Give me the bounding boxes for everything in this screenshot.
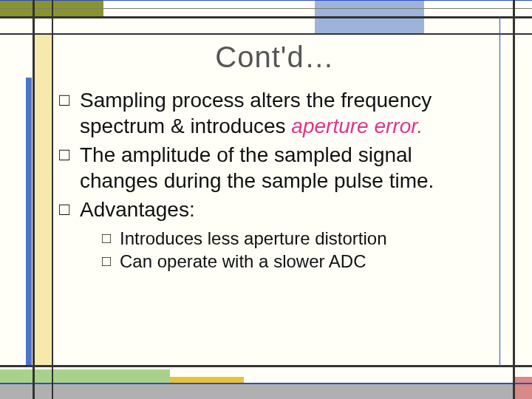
deco-line: [513, 0, 515, 399]
slide-title: Cont'd…: [53, 41, 497, 74]
deco-block: [0, 384, 532, 399]
bullet-item: Advantages: Introduces less aperture dis…: [59, 197, 491, 273]
deco-block: [514, 377, 532, 399]
deco-block: [26, 78, 32, 367]
deco-line: [0, 16, 532, 18]
deco-block: [34, 34, 52, 365]
deco-line: [0, 365, 532, 367]
emphasis-text: aperture error.: [291, 115, 423, 137]
deco-line: [0, 0, 532, 1]
sub-bullet-item: Introduces less aperture distortion: [102, 227, 491, 250]
slide: Cont'd… Sampling process alters the freq…: [0, 0, 532, 399]
sub-bullet-text: Introduces less aperture distortion: [120, 228, 387, 248]
sub-bullet-text: Can operate with a slower ADC: [120, 251, 366, 271]
deco-line: [0, 8, 532, 9]
deco-block: [0, 369, 170, 383]
deco-line: [499, 16, 500, 366]
bullet-item: The amplitude of the sampled signal chan…: [59, 142, 491, 194]
bullet-item: Sampling process alters the frequency sp…: [59, 87, 491, 139]
sub-bullet-list: Introduces less aperture distortion Can …: [80, 227, 491, 273]
sub-bullet-item: Can operate with a slower ADC: [102, 250, 491, 273]
deco-line: [33, 0, 35, 399]
bullet-list: Sampling process alters the frequency sp…: [53, 87, 497, 273]
deco-block: [170, 377, 244, 383]
bullet-text: Advantages:: [80, 198, 195, 221]
deco-line: [0, 383, 532, 384]
bullet-text: The amplitude of the sampled signal chan…: [80, 143, 434, 192]
content-area: Cont'd… Sampling process alters the freq…: [53, 33, 497, 362]
